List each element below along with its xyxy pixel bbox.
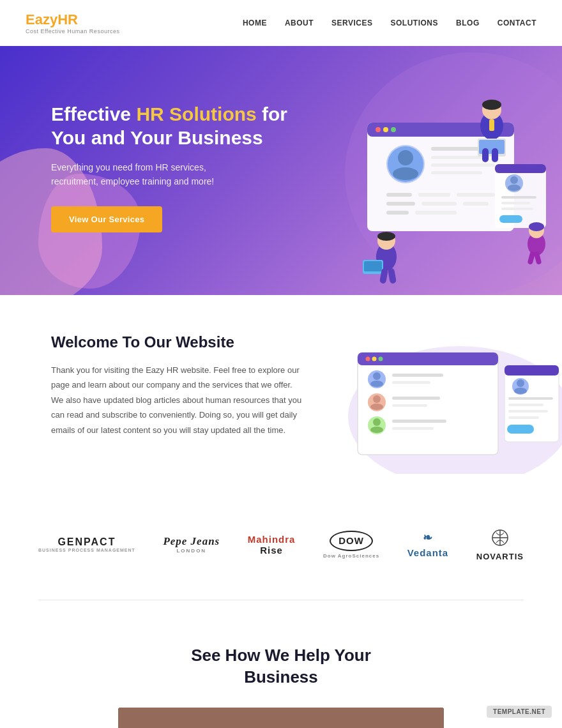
template-badge: TEMPLATE.NET xyxy=(487,706,552,718)
svg-point-56 xyxy=(372,357,377,361)
partner-mahindra: Mahindra Rise xyxy=(248,534,296,556)
svg-point-70 xyxy=(370,427,383,433)
svg-point-4 xyxy=(383,127,388,132)
svg-rect-30 xyxy=(499,215,522,223)
logo-tagline: Cost Effective Human Resources xyxy=(26,28,119,34)
pepejeans-sub: LONDON xyxy=(176,548,206,554)
nav-blog[interactable]: BLOG xyxy=(456,19,480,27)
mahindra-label: Mahindra xyxy=(248,534,296,545)
genpact-label: GENPACT xyxy=(57,536,116,548)
svg-rect-29 xyxy=(501,208,533,210)
partners-row: GENPACT BUSINESS PROCESS MANAGEMENT Pepe… xyxy=(38,527,524,561)
logo-highlight: HR xyxy=(57,11,78,27)
svg-rect-62 xyxy=(392,381,430,384)
nav-contact[interactable]: CONTACT xyxy=(497,19,536,27)
welcome-illustration xyxy=(332,333,536,476)
main-nav: HOME ABOUT SERVICES SOLUTIONS BLOG CONTA… xyxy=(243,19,536,27)
svg-rect-17 xyxy=(386,202,415,206)
site-header: EazyHR Cost Effective Human Resources HO… xyxy=(0,0,562,46)
novartis-label: NOVARTIS xyxy=(476,552,524,561)
mahindra-sub: Rise xyxy=(260,545,283,556)
svg-rect-79 xyxy=(508,404,543,406)
svg-point-49 xyxy=(529,222,544,231)
partner-vedanta: ❧ Vedanta xyxy=(407,531,449,558)
svg-rect-87 xyxy=(118,708,444,728)
logo[interactable]: EazyHR Cost Effective Human Resources xyxy=(26,11,119,34)
svg-point-3 xyxy=(376,127,381,132)
svg-rect-44 xyxy=(364,261,382,271)
svg-rect-80 xyxy=(508,410,548,413)
svg-rect-14 xyxy=(386,193,412,197)
svg-rect-21 xyxy=(415,211,457,215)
svg-rect-74 xyxy=(505,365,559,375)
welcome-section: Welcome To Our Website Thank you for vis… xyxy=(0,295,562,502)
svg-point-26 xyxy=(508,185,520,191)
svg-point-69 xyxy=(373,418,381,426)
video-title-line1: See How We Help Your xyxy=(191,646,371,665)
svg-point-33 xyxy=(482,100,501,110)
svg-rect-15 xyxy=(418,193,450,197)
svg-rect-34 xyxy=(489,119,494,131)
video-section-title: See How We Help Your Business xyxy=(26,645,536,688)
svg-rect-13 xyxy=(431,171,482,174)
novartis-icon xyxy=(491,527,509,548)
svg-rect-82 xyxy=(507,425,534,434)
svg-rect-37 xyxy=(482,148,489,162)
partner-dow: DOW Dow AgroSciences xyxy=(323,531,379,559)
pepejeans-label: Pepe Jeans xyxy=(163,535,220,548)
hero-title-part1: Effective xyxy=(51,103,136,125)
cta-button[interactable]: View Our Services xyxy=(51,206,162,232)
svg-rect-78 xyxy=(508,397,553,400)
video-bg xyxy=(118,708,444,728)
svg-rect-81 xyxy=(508,416,539,419)
hero-section: Effective HR Solutions for You and Your … xyxy=(0,46,562,295)
hero-title-line2: You and Your Business xyxy=(51,127,263,148)
svg-point-77 xyxy=(514,388,527,394)
svg-point-41 xyxy=(377,232,395,241)
svg-rect-12 xyxy=(431,163,495,167)
welcome-title: Welcome To Our Website xyxy=(51,333,307,351)
dow-circle: DOW xyxy=(330,531,373,551)
svg-rect-71 xyxy=(392,420,446,423)
svg-point-25 xyxy=(510,176,518,184)
svg-rect-20 xyxy=(386,211,409,215)
svg-point-8 xyxy=(398,150,413,165)
svg-point-55 xyxy=(366,357,370,361)
nav-solutions[interactable]: SOLUTIONS xyxy=(391,19,439,27)
svg-rect-38 xyxy=(492,148,498,162)
genpact-sub: BUSINESS PROCESS MANAGEMENT xyxy=(38,548,135,552)
hero-illustration xyxy=(268,46,562,295)
svg-rect-23 xyxy=(495,164,546,173)
partner-novartis: NOVARTIS xyxy=(476,527,524,561)
dow-sub: Dow AgroSciences xyxy=(323,553,379,559)
partner-pepejeans: Pepe Jeans LONDON xyxy=(163,535,220,554)
svg-point-76 xyxy=(517,379,524,387)
svg-point-65 xyxy=(370,404,383,410)
hero-title: Effective HR Solutions for You and Your … xyxy=(51,102,287,150)
welcome-body: Thank you for visiting the Eazy HR websi… xyxy=(51,363,307,437)
svg-point-60 xyxy=(370,381,383,387)
logo-text: EazyHR xyxy=(26,11,119,28)
nav-home[interactable]: HOME xyxy=(243,19,267,27)
svg-point-57 xyxy=(379,357,383,361)
vedanta-label: Vedanta xyxy=(407,547,449,558)
logo-main: Eazy xyxy=(26,11,57,27)
svg-rect-27 xyxy=(501,196,536,199)
video-section: See How We Help Your Business xyxy=(0,613,562,728)
nav-about[interactable]: ABOUT xyxy=(285,19,314,27)
hero-subtitle: Everything you need from HR services, re… xyxy=(51,160,255,189)
nav-services[interactable]: SERVICES xyxy=(331,19,372,27)
svg-rect-67 xyxy=(392,404,427,407)
hero-title-highlight: HR Solutions xyxy=(136,103,256,125)
svg-point-5 xyxy=(391,127,396,132)
svg-rect-66 xyxy=(392,397,440,400)
svg-point-9 xyxy=(393,167,418,180)
svg-rect-18 xyxy=(422,202,457,206)
svg-rect-28 xyxy=(501,202,530,204)
video-thumbnail[interactable] xyxy=(118,708,444,728)
dow-label: DOW xyxy=(338,535,364,546)
section-divider xyxy=(38,600,524,600)
svg-point-59 xyxy=(373,372,381,380)
hero-title-part2: for xyxy=(257,103,287,125)
welcome-text: Welcome To Our Website Thank you for vis… xyxy=(51,333,307,437)
